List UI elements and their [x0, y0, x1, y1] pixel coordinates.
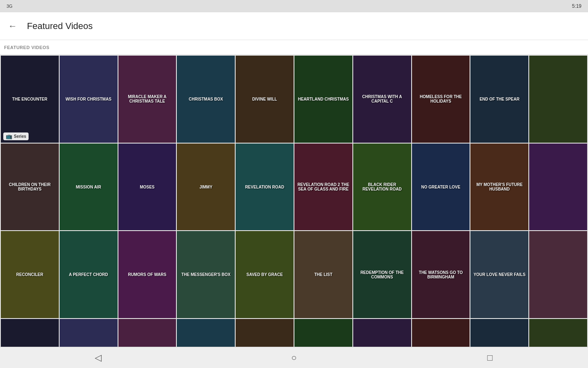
poster-title: JIMMY [177, 144, 235, 231]
video-poster[interactable]: BLACK RIDER REVELATION ROAD [353, 144, 411, 231]
video-poster[interactable]: DIVINE WILL [236, 56, 294, 143]
nav-home-button[interactable]: ○ [282, 347, 306, 368]
poster-title [529, 319, 587, 347]
video-poster[interactable]: MY MOTHER'S FUTURE HUSBAND [470, 144, 528, 231]
page-title: Featured Videos [27, 21, 93, 31]
poster-title: A PERFECT CHORD [60, 231, 118, 318]
poster-title: DIVINE WILL [236, 56, 294, 143]
video-poster[interactable]: LOVE'S PROMISE [118, 319, 176, 347]
video-poster[interactable]: YOUR LOVE NEVER FAILS [470, 231, 528, 318]
poster-title [177, 319, 235, 347]
video-poster[interactable]: RUMORS OF WARS [118, 231, 176, 318]
status-bar: 3G 5:19 [0, 0, 588, 12]
section-header: FEATURED VIDEOS [0, 40, 588, 55]
poster-title: MOSES [118, 144, 176, 231]
video-poster[interactable] [177, 319, 235, 347]
nav-recent-button[interactable]: □ [478, 347, 502, 368]
poster-title: HAMLET & HUTCH [353, 319, 411, 347]
video-poster[interactable]: SEEKER & FETCH [294, 319, 352, 347]
video-poster[interactable] [529, 319, 587, 347]
video-grid-container[interactable]: THE ENCOUNTER📺SeriesWISH FOR CHRISTMASMI… [0, 55, 588, 347]
video-poster[interactable] [470, 319, 528, 347]
bottom-navigation: ◁ ○ □ [0, 347, 588, 368]
video-poster[interactable]: A PERFECT CHORD [60, 231, 118, 318]
poster-title: MIRACLE MAKER A CHRISTMAS TALE [118, 56, 176, 143]
video-poster[interactable]: REVELATION ROAD [236, 144, 294, 231]
poster-title: LOVE'S PROMISE [118, 319, 176, 347]
video-poster[interactable]: WISH FOR CHRISTMAS [60, 56, 118, 143]
poster-title [529, 56, 587, 143]
poster-title [529, 231, 587, 318]
poster-title: BLACK RIDER REVELATION ROAD [353, 144, 411, 231]
video-poster[interactable]: HOMELESS FOR THE HOLIDAYS [412, 56, 470, 143]
poster-title: YOUR LOVE NEVER FAILS [470, 231, 528, 318]
video-poster[interactable]: MISSION AIR [60, 144, 118, 231]
video-poster[interactable]: THE MESSENGER'S BOX [177, 231, 235, 318]
video-poster[interactable]: CHRISTMAS BOX [177, 56, 235, 143]
video-poster[interactable]: CHILDREN ON THEIR BIRTHDAYS [1, 144, 59, 231]
poster-title [236, 319, 294, 347]
video-poster[interactable]: HAMLET & HUTCH [353, 319, 411, 347]
poster-title [412, 319, 470, 347]
poster-title: THE LIST [294, 231, 352, 318]
video-poster[interactable]: OCTOBER BABY [1, 319, 59, 347]
tv-icon: 📺 [6, 133, 12, 139]
poster-title: OCTOBER BABY [1, 319, 59, 347]
video-poster[interactable]: NO GREATER LOVE [412, 144, 470, 231]
video-poster[interactable]: END OF THE SPEAR [470, 56, 528, 143]
app-bar: ← Featured Videos [0, 12, 588, 40]
poster-title: WISH FOR CHRISTMAS [60, 56, 118, 143]
poster-title: END OF THE SPEAR [470, 56, 528, 143]
video-poster[interactable]: THE ENCOUNTER📺Series [1, 56, 59, 143]
video-poster[interactable] [60, 319, 118, 347]
poster-title: HEARTLAND CHRISTMAS [294, 56, 352, 143]
poster-title: REVELATION ROAD [236, 144, 294, 231]
video-poster[interactable]: HEARTLAND CHRISTMAS [294, 56, 352, 143]
video-poster[interactable] [529, 144, 587, 231]
poster-title: SAVED BY GRACE [236, 231, 294, 318]
poster-title: REVELATION ROAD 2 THE SEA OF GLASS AND F… [294, 144, 352, 231]
status-time: 5:19 [572, 3, 581, 9]
video-poster[interactable]: THE LIST [294, 231, 352, 318]
poster-title [529, 144, 587, 231]
video-poster[interactable]: MIRACLE MAKER A CHRISTMAS TALE [118, 56, 176, 143]
poster-title [470, 319, 528, 347]
video-poster[interactable] [529, 56, 587, 143]
video-poster[interactable]: REVELATION ROAD 2 THE SEA OF GLASS AND F… [294, 144, 352, 231]
video-poster[interactable]: THE WATSONS GO TO BIRMINGHAM [412, 231, 470, 318]
poster-title: CHILDREN ON THEIR BIRTHDAYS [1, 144, 59, 231]
poster-title: SEEKER & FETCH [294, 319, 352, 347]
video-poster[interactable]: MOSES [118, 144, 176, 231]
poster-title: CHRISTMAS WITH A CAPITAL C [353, 56, 411, 143]
video-poster[interactable]: CHRISTMAS WITH A CAPITAL C [353, 56, 411, 143]
poster-title: THE WATSONS GO TO BIRMINGHAM [412, 231, 470, 318]
poster-title: CHRISTMAS BOX [177, 56, 235, 143]
series-badge: 📺Series [3, 132, 29, 140]
poster-title: MY MOTHER'S FUTURE HUSBAND [470, 144, 528, 231]
poster-title: THE MESSENGER'S BOX [177, 231, 235, 318]
video-poster[interactable]: RECONCILER [1, 231, 59, 318]
poster-title: NO GREATER LOVE [412, 144, 470, 231]
video-poster[interactable] [412, 319, 470, 347]
video-poster[interactable] [236, 319, 294, 347]
poster-title: RECONCILER [1, 231, 59, 318]
video-poster[interactable]: JIMMY [177, 144, 235, 231]
series-label: Series [14, 134, 26, 139]
poster-title: REDEMPTION OF THE COMMONS [353, 231, 411, 318]
poster-title: THE ENCOUNTER [1, 56, 59, 143]
nav-back-button[interactable]: ◁ [86, 347, 110, 368]
video-grid: THE ENCOUNTER📺SeriesWISH FOR CHRISTMASMI… [1, 56, 587, 347]
back-button[interactable]: ← [8, 21, 17, 31]
poster-title [60, 319, 118, 347]
video-poster[interactable]: REDEMPTION OF THE COMMONS [353, 231, 411, 318]
poster-title: RUMORS OF WARS [118, 231, 176, 318]
video-poster[interactable] [529, 231, 587, 318]
poster-title: HOMELESS FOR THE HOLIDAYS [412, 56, 470, 143]
section-label: FEATURED VIDEOS [4, 45, 49, 50]
status-signal: 3G [7, 4, 13, 9]
video-poster[interactable]: SAVED BY GRACE [236, 231, 294, 318]
poster-title: MISSION AIR [60, 144, 118, 231]
